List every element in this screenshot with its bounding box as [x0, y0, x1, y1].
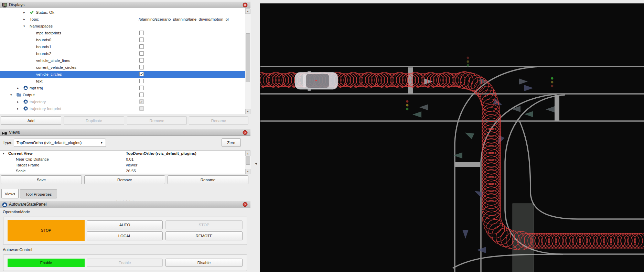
property-value[interactable]: 0.01: [126, 156, 133, 162]
displays-close-icon[interactable]: [243, 2, 248, 8]
property-name: Near Clip Distance: [16, 156, 49, 162]
property-row-scale[interactable]: Scale26.55: [0, 168, 245, 174]
visibility-checkbox[interactable]: [139, 65, 144, 69]
tab-tool-properties[interactable]: Tool Properties: [20, 189, 57, 198]
views-panel-icon: [2, 131, 7, 137]
expand-arrow-icon[interactable]: ▾: [23, 23, 28, 30]
tree-row-bounds0[interactable]: bounds0: [0, 36, 245, 43]
autoware-icon: [23, 106, 29, 111]
tree-row-label: mpt_footprints: [36, 30, 61, 36]
tree-row-current-vehicle-circles[interactable]: current_vehicle_circles: [0, 64, 245, 71]
tree-row-label: bounds2: [36, 50, 51, 57]
visibility-checkbox[interactable]: [139, 31, 144, 35]
scroll-down-icon[interactable]: ▼: [245, 169, 250, 174]
visibility-checkbox[interactable]: [139, 79, 144, 83]
stop-button[interactable]: STOP: [165, 220, 243, 229]
property-row-current-view[interactable]: ▾Current ViewTopDownOrtho (rviz_default_…: [0, 151, 245, 156]
viewport-top-strip-border: [260, 3, 644, 4]
rename-button[interactable]: Rename: [189, 116, 248, 125]
tree-row-vehicle-circles[interactable]: vehicle_circles: [0, 71, 245, 78]
displays-panel-titlebar[interactable]: Displays: [0, 1, 250, 8]
visibility-checkbox[interactable]: [139, 58, 144, 63]
tree-row-mpt-footprints[interactable]: mpt_footprints: [0, 30, 245, 36]
autoware-state-panel-titlebar[interactable]: AutowareStatePanel: [0, 201, 250, 208]
tree-row-label: Status: Ok: [36, 9, 54, 16]
tree-row-label: mpt traj: [30, 85, 43, 91]
tree-row-label: vehicle_circle_lines: [36, 57, 70, 64]
displays-tree: ▸Status: Ok▸Topic/planning/scenario_plan…: [0, 8, 250, 114]
displays-tree-rows: ▸Status: Ok▸Topic/planning/scenario_plan…: [0, 8, 245, 114]
tree-row-text[interactable]: text: [0, 78, 245, 85]
tree-row-mpt-traj[interactable]: ▸mpt traj: [0, 85, 245, 91]
views-panel-titlebar[interactable]: Views: [0, 129, 250, 136]
expand-arrow-icon[interactable]: ▾: [3, 151, 8, 156]
view-type-label: Type:: [3, 140, 12, 144]
remote-button[interactable]: REMOTE: [165, 231, 243, 240]
disable-button[interactable]: Disable: [165, 259, 243, 267]
visibility-checkbox[interactable]: [139, 93, 144, 97]
visibility-checkbox[interactable]: [139, 99, 144, 104]
scroll-up-icon[interactable]: ▲: [245, 151, 250, 156]
autoware-icon: [23, 86, 29, 90]
tree-row-status-ok[interactable]: ▸Status: Ok: [0, 9, 245, 16]
tree-row-bounds1[interactable]: bounds1: [0, 43, 245, 50]
scrollbar-thumb[interactable]: [246, 156, 250, 165]
displays-tree-scrollbar[interactable]: ▲ ▼: [245, 8, 250, 114]
ego-vehicle: [295, 71, 338, 91]
expand-arrow-icon[interactable]: ▸: [17, 105, 22, 112]
tree-row-value[interactable]: /planning/scenario_planning/lane_driving…: [139, 16, 244, 23]
scroll-down-icon[interactable]: ▼: [245, 109, 250, 114]
visibility-checkbox[interactable]: [139, 44, 144, 49]
view-type-select[interactable]: TopDownOrtho (rviz_default_plugins) ▼: [14, 139, 106, 147]
property-name: Target Frame: [16, 162, 39, 168]
add-button[interactable]: Add: [1, 116, 61, 125]
visibility-checkbox[interactable]: [139, 106, 144, 111]
dock-collapse-icon[interactable]: ◂: [255, 161, 257, 166]
autoware-state-close-icon[interactable]: [243, 202, 248, 207]
visibility-checkbox[interactable]: [139, 37, 144, 42]
tree-row-label: current_vehicle_circles: [36, 64, 76, 71]
expand-arrow-icon[interactable]: ▸: [23, 9, 28, 16]
autoware-icon: [2, 202, 7, 209]
operation-mode-group: STOP AUTO STOP LOCAL REMOTE: [3, 217, 247, 245]
visibility-checkbox[interactable]: [139, 86, 144, 90]
folder-icon: [17, 93, 22, 97]
viewport-background: [260, 0, 644, 272]
visibility-checkbox[interactable]: [139, 51, 144, 56]
tree-row-trajectory[interactable]: ▸trajectory: [0, 98, 245, 105]
tree-row-bounds2[interactable]: bounds2: [0, 50, 245, 57]
tree-row-topic[interactable]: ▸Topic/planning/scenario_planning/lane_d…: [0, 16, 245, 23]
map-canvas[interactable]: [260, 0, 644, 272]
visibility-checkbox[interactable]: [139, 72, 144, 76]
tree-row-output[interactable]: ▾Output: [0, 91, 245, 98]
remove-button[interactable]: Remove: [127, 116, 187, 125]
expand-arrow-icon[interactable]: ▾: [10, 91, 15, 98]
current-view-scrollbar[interactable]: ▲ ▼: [245, 151, 250, 174]
expand-arrow-icon[interactable]: ▸: [23, 16, 28, 23]
property-value[interactable]: 26.55: [126, 168, 136, 174]
current-view-rows: ▾Current ViewTopDownOrtho (rviz_default_…: [0, 151, 245, 174]
remove-button[interactable]: Remove: [84, 175, 165, 184]
tree-row-label: text: [36, 78, 43, 85]
rename-button[interactable]: Rename: [168, 175, 248, 184]
save-button[interactable]: Save: [1, 175, 82, 184]
tab-views[interactable]: Views: [1, 189, 19, 198]
tree-row-trajectory-footprint[interactable]: ▸trajectory footprint: [0, 105, 245, 112]
3d-viewport[interactable]: [260, 0, 644, 272]
enable-button[interactable]: Enable: [87, 259, 163, 267]
expand-arrow-icon[interactable]: ▸: [17, 85, 22, 91]
local-button[interactable]: LOCAL: [87, 231, 163, 240]
scrollbar-thumb[interactable]: [246, 33, 250, 82]
expand-arrow-icon[interactable]: ▸: [17, 98, 22, 105]
zero-button[interactable]: Zero: [222, 138, 241, 147]
splitter-grip[interactable]: · · · · · ·: [0, 126, 250, 128]
property-row-near-clip-distance[interactable]: Near Clip Distance0.01: [0, 156, 245, 162]
tree-row-vehicle-circle-lines[interactable]: vehicle_circle_lines: [0, 57, 245, 64]
tree-row-namespaces[interactable]: ▾Namespaces: [0, 23, 245, 30]
auto-button[interactable]: AUTO: [87, 220, 163, 229]
property-row-target-frame[interactable]: Target Frameviewer: [0, 162, 245, 168]
duplicate-button[interactable]: Duplicate: [64, 116, 124, 125]
views-close-icon[interactable]: [243, 130, 248, 135]
scroll-up-icon[interactable]: ▲: [245, 9, 250, 14]
property-value[interactable]: viewer: [126, 162, 137, 168]
